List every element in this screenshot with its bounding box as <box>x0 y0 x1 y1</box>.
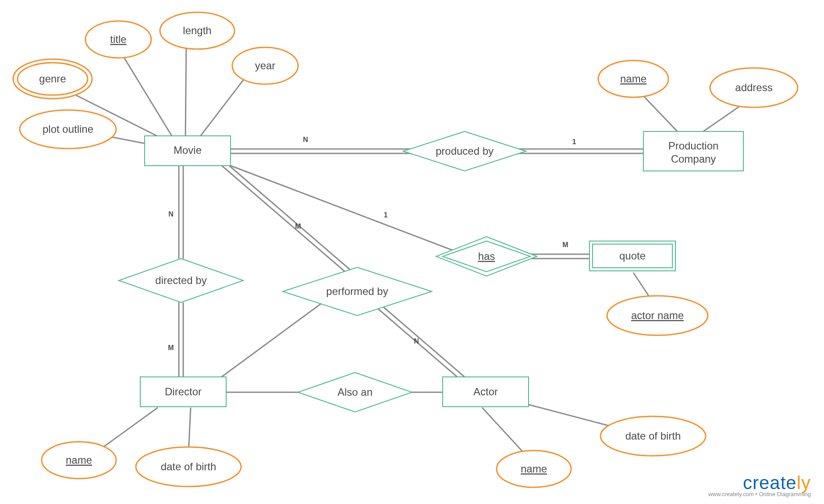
edge-movie-performed-1 <box>222 166 348 274</box>
svg-text:M: M <box>168 344 174 351</box>
edge-movie-has <box>231 166 457 252</box>
svg-text:Production: Production <box>668 140 719 152</box>
svg-text:year: year <box>255 60 276 71</box>
attr-movie-plot: plot outline <box>20 110 116 149</box>
svg-text:N: N <box>168 210 174 218</box>
cardinality-labels: N 1 N M M N 1 M <box>168 136 576 351</box>
svg-text:title: title <box>110 33 126 45</box>
svg-text:actor name: actor name <box>631 309 684 321</box>
rel-also-an: Also an <box>298 373 412 412</box>
edge-movie-title <box>118 48 174 140</box>
entity-director: Director <box>140 377 226 407</box>
svg-text:1: 1 <box>384 211 388 219</box>
svg-text:plot outline: plot outline <box>43 123 93 135</box>
svg-text:has: has <box>478 250 495 262</box>
svg-text:Movie: Movie <box>174 144 202 156</box>
svg-text:length: length <box>183 25 211 36</box>
entity-actor: Actor <box>443 377 529 407</box>
svg-text:date of birth: date of birth <box>625 430 681 442</box>
svg-text:Also an: Also an <box>337 386 373 398</box>
svg-text:Company: Company <box>671 153 716 165</box>
attr-actor-dob: date of birth <box>600 416 706 456</box>
edge-performed-actor-1 <box>378 309 460 380</box>
attr-movie-length: length <box>160 12 234 49</box>
svg-text:Actor: Actor <box>473 386 498 398</box>
svg-text:name: name <box>521 463 547 475</box>
attr-movie-title: title <box>85 21 151 58</box>
attr-director-name: name <box>42 442 116 479</box>
svg-text:N: N <box>303 136 308 143</box>
branding-subtitle: www.creately.com • Online Diagramming <box>708 491 811 497</box>
attr-quote-actor-name: actor name <box>607 296 708 335</box>
svg-text:M: M <box>562 241 568 248</box>
svg-text:quote: quote <box>619 250 646 262</box>
entity-quote: quote <box>590 241 675 271</box>
rel-produced-by: produced by <box>403 131 526 171</box>
attr-movie-year: year <box>232 47 298 84</box>
rel-performed-by: performed by <box>283 267 432 316</box>
edge-performed-director <box>219 298 329 379</box>
svg-text:M: M <box>295 223 301 230</box>
edge-movie-performed-2 <box>226 163 352 271</box>
svg-text:date of birth: date of birth <box>161 461 217 472</box>
svg-text:directed by: directed by <box>155 274 206 286</box>
attr-pc-address: address <box>710 68 798 107</box>
svg-text:produced by: produced by <box>436 145 494 157</box>
svg-text:name: name <box>66 454 92 466</box>
rel-has: has <box>436 237 537 276</box>
svg-text:performed by: performed by <box>326 285 388 297</box>
svg-text:1: 1 <box>572 138 576 146</box>
attr-director-dob: date of birth <box>136 447 241 486</box>
attr-pc-name: name <box>598 60 668 97</box>
branding-footer: creately www.creately.com • Online Diagr… <box>708 472 811 497</box>
svg-text:name: name <box>620 73 646 85</box>
creately-logo: creately <box>708 472 811 493</box>
edge-performed-actor-2 <box>383 306 465 377</box>
rel-directed-by: directed by <box>119 259 243 302</box>
entity-movie: Movie <box>145 136 231 166</box>
svg-text:address: address <box>735 82 772 93</box>
attr-movie-genre: genre <box>13 59 92 99</box>
svg-text:genre: genre <box>39 73 66 85</box>
entity-production-company: Production Company <box>643 131 743 171</box>
attr-actor-name: name <box>497 451 571 487</box>
svg-text:N: N <box>414 337 419 345</box>
edge-movie-length <box>185 39 186 140</box>
svg-text:Director: Director <box>165 386 202 398</box>
